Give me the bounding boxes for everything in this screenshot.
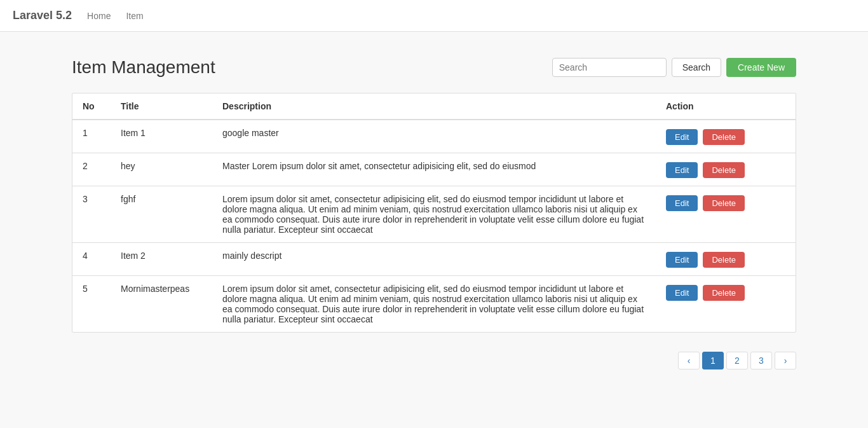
cell-action: Edit Delete	[656, 276, 796, 333]
cell-desc: Lorem ipsum dolor sit amet, consectetur …	[212, 186, 656, 243]
pagination-page-2[interactable]: 2	[726, 352, 748, 369]
delete-button[interactable]: Delete	[703, 252, 745, 268]
pagination-page-1[interactable]: 1	[702, 352, 724, 369]
col-header-action: Action	[656, 93, 796, 120]
edit-button[interactable]: Edit	[666, 195, 698, 211]
cell-title: fghf	[111, 186, 212, 243]
search-input[interactable]	[552, 58, 667, 77]
cell-no: 3	[72, 186, 111, 243]
create-new-button[interactable]: Create New	[726, 58, 796, 77]
edit-button[interactable]: Edit	[666, 129, 698, 145]
items-table: No Title Description Action 1 Item 1 goo…	[72, 93, 796, 332]
delete-button[interactable]: Delete	[703, 285, 745, 301]
cell-action: Edit Delete	[656, 153, 796, 186]
page-title: Item Management	[72, 57, 215, 78]
cell-desc: mainly descript	[212, 243, 656, 276]
cell-no: 2	[72, 153, 111, 186]
delete-button[interactable]: Delete	[703, 162, 745, 178]
cell-action: Edit Delete	[656, 120, 796, 153]
delete-button[interactable]: Delete	[703, 129, 745, 145]
table-header-row: No Title Description Action	[72, 93, 796, 120]
delete-button[interactable]: Delete	[703, 195, 745, 211]
main-content: Item Management Search Create New No Tit…	[53, 32, 815, 395]
brand-link[interactable]: Laravel 5.2	[13, 9, 72, 22]
search-button[interactable]: Search	[672, 58, 721, 77]
cell-no: 4	[72, 243, 111, 276]
cell-action: Edit Delete	[656, 186, 796, 243]
cell-desc: google master	[212, 120, 656, 153]
cell-action: Edit Delete	[656, 243, 796, 276]
table-row: 2 hey Master Lorem ipsum dolor sit amet,…	[72, 153, 796, 186]
cell-title: Mornimasterpeas	[111, 276, 212, 333]
cell-title: Item 2	[111, 243, 212, 276]
table-row: 4 Item 2 mainly descript Edit Delete	[72, 243, 796, 276]
table-row: 3 fghf Lorem ipsum dolor sit amet, conse…	[72, 186, 796, 243]
table-body: 1 Item 1 google master Edit Delete 2 hey…	[72, 120, 796, 332]
col-header-title: Title	[111, 93, 212, 120]
pagination-prev[interactable]: ‹	[678, 352, 700, 369]
cell-desc: Master Lorem ipsum dolor sit amet, conse…	[212, 153, 656, 186]
edit-button[interactable]: Edit	[666, 285, 698, 301]
cell-desc: Lorem ipsum dolor sit amet, consectetur …	[212, 276, 656, 333]
cell-no: 5	[72, 276, 111, 333]
nav-item[interactable]: Item	[126, 11, 143, 21]
cell-title: Item 1	[111, 120, 212, 153]
pagination: ‹ 1 2 3 ›	[72, 352, 796, 369]
page-header: Item Management Search Create New	[72, 57, 796, 78]
pagination-page-3[interactable]: 3	[750, 352, 772, 369]
col-header-desc: Description	[212, 93, 656, 120]
table-row: 1 Item 1 google master Edit Delete	[72, 120, 796, 153]
table-row: 5 Mornimasterpeas Lorem ipsum dolor sit …	[72, 276, 796, 333]
navbar: Laravel 5.2 Home Item	[0, 0, 868, 32]
cell-title: hey	[111, 153, 212, 186]
nav-home[interactable]: Home	[87, 11, 111, 21]
cell-no: 1	[72, 120, 111, 153]
search-area: Search Create New	[552, 58, 796, 77]
table-wrapper: No Title Description Action 1 Item 1 goo…	[72, 93, 796, 333]
edit-button[interactable]: Edit	[666, 162, 698, 178]
pagination-next[interactable]: ›	[775, 352, 796, 369]
col-header-no: No	[72, 93, 111, 120]
edit-button[interactable]: Edit	[666, 252, 698, 268]
